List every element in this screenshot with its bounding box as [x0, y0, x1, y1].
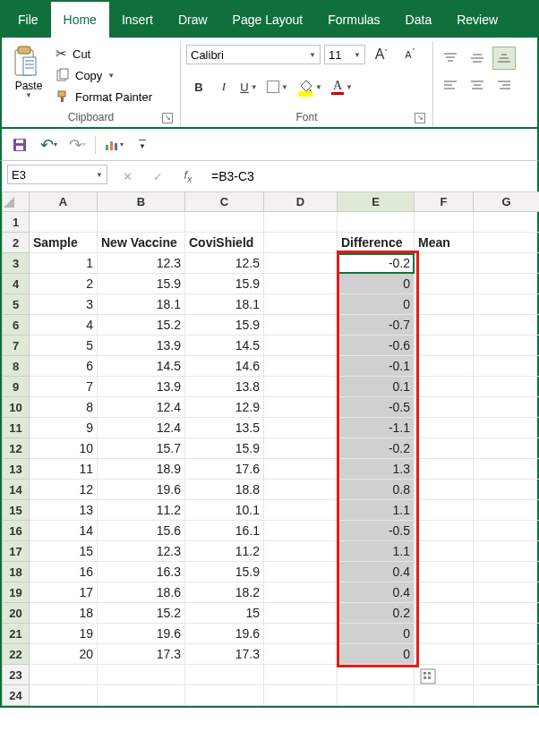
cell[interactable] — [264, 233, 338, 253]
cell[interactable] — [264, 562, 338, 582]
cell[interactable] — [474, 459, 540, 480]
align-right-button[interactable] — [492, 73, 516, 97]
cell-header-mean[interactable]: Mean — [415, 233, 474, 253]
italic-button[interactable]: I — [211, 75, 236, 98]
row-header[interactable]: 10 — [3, 397, 30, 418]
cell[interactable] — [415, 418, 474, 438]
cell[interactable]: 13.9 — [98, 377, 185, 397]
cell[interactable] — [415, 562, 474, 582]
cell[interactable] — [264, 274, 338, 294]
cell[interactable] — [98, 665, 185, 685]
fill-color-button[interactable]: ▼ — [294, 75, 326, 98]
decrease-font-button[interactable]: A˅ — [398, 43, 423, 66]
cell[interactable] — [474, 665, 540, 685]
cell[interactable] — [30, 685, 98, 706]
cell[interactable] — [474, 356, 540, 377]
cell[interactable]: 0 — [338, 274, 415, 294]
underline-button[interactable]: U▼ — [236, 75, 261, 98]
cell[interactable] — [474, 603, 540, 624]
cell[interactable] — [415, 685, 474, 706]
cell[interactable]: 15.9 — [185, 274, 264, 294]
row-header[interactable]: 1 — [3, 212, 30, 233]
cell[interactable]: 20 — [30, 644, 98, 665]
cell[interactable] — [264, 665, 338, 685]
row-header[interactable]: 23 — [3, 665, 30, 685]
worksheet-grid[interactable]: A B C D E F G 12SampleNew VaccineCoviShi… — [0, 191, 539, 708]
undo-button[interactable]: ↶▾ — [38, 134, 59, 156]
cell[interactable] — [474, 274, 540, 294]
formula-input[interactable] — [206, 165, 532, 188]
cell[interactable] — [264, 356, 338, 377]
clipboard-dialog-launcher[interactable]: ↘ — [162, 113, 173, 123]
cell[interactable]: 15.9 — [185, 562, 264, 582]
cell[interactable]: 19 — [30, 624, 98, 644]
cell[interactable] — [474, 377, 540, 397]
cell[interactable]: 14.6 — [185, 356, 264, 377]
cell[interactable] — [474, 397, 540, 418]
cell[interactable]: 15.9 — [98, 274, 185, 294]
cell[interactable]: 0 — [338, 294, 415, 315]
tab-file[interactable]: File — [5, 2, 51, 38]
row-header[interactable]: 13 — [3, 459, 30, 480]
cell[interactable]: 1.1 — [338, 541, 415, 562]
font-color-button[interactable]: A▼ — [326, 75, 358, 98]
cell[interactable]: 11.2 — [98, 500, 185, 521]
cell[interactable]: 17.3 — [98, 644, 185, 665]
tab-page-layout[interactable]: Page Layout — [220, 2, 316, 38]
cell[interactable]: 12.3 — [98, 541, 185, 562]
cell[interactable]: 3 — [30, 294, 98, 315]
cell[interactable] — [264, 418, 338, 438]
select-all-button[interactable] — [3, 192, 30, 212]
cell[interactable]: 16.1 — [185, 521, 264, 541]
redo-button[interactable]: ↷▾ — [66, 134, 88, 156]
cell[interactable] — [264, 582, 338, 603]
cell[interactable] — [264, 212, 338, 233]
row-header[interactable]: 19 — [3, 582, 30, 603]
cell[interactable]: -0.6 — [338, 336, 415, 356]
row-header[interactable]: 15 — [3, 500, 30, 521]
tab-formulas[interactable]: Formulas — [315, 2, 392, 38]
cell[interactable] — [264, 336, 338, 356]
align-bottom-button[interactable] — [492, 47, 516, 70]
cell[interactable] — [474, 521, 540, 541]
save-button[interactable] — [9, 134, 30, 156]
align-top-button[interactable] — [439, 47, 462, 70]
row-header[interactable]: 9 — [3, 377, 30, 397]
cell[interactable] — [415, 480, 474, 500]
row-header[interactable]: 18 — [3, 562, 30, 582]
row-header[interactable]: 5 — [3, 294, 30, 315]
cell-header-sample[interactable]: Sample — [30, 233, 98, 253]
cell[interactable]: 8 — [30, 397, 98, 418]
cell[interactable] — [264, 624, 338, 644]
cell[interactable] — [264, 685, 338, 706]
cell[interactable]: 14.5 — [185, 336, 264, 356]
chart-quick-button[interactable]: ▾ — [103, 134, 124, 156]
cell[interactable]: 16 — [30, 562, 98, 582]
autofill-options-button[interactable] — [420, 668, 436, 684]
cell[interactable] — [415, 212, 474, 233]
cell[interactable] — [30, 665, 98, 685]
cell[interactable]: 0 — [338, 624, 415, 644]
row-header[interactable]: 11 — [3, 418, 30, 438]
cell[interactable] — [415, 459, 474, 480]
cell[interactable] — [474, 315, 540, 336]
cell[interactable]: 19.6 — [98, 480, 185, 500]
cell[interactable]: 12.5 — [185, 253, 264, 274]
col-header-E[interactable]: E — [338, 192, 415, 212]
cell[interactable]: 19.6 — [185, 624, 264, 644]
insert-function-button[interactable]: fx — [174, 165, 202, 188]
cell[interactable]: 16.3 — [98, 562, 185, 582]
row-header[interactable]: 24 — [3, 685, 30, 706]
paste-button[interactable]: Paste ▼ — [7, 43, 50, 102]
cell[interactable]: 12 — [30, 480, 98, 500]
cell[interactable] — [415, 603, 474, 624]
cell[interactable]: 10.1 — [185, 500, 264, 521]
row-header[interactable]: 7 — [3, 336, 30, 356]
tab-home[interactable]: Home — [51, 2, 109, 38]
cell[interactable]: 15 — [185, 603, 264, 624]
cell[interactable] — [264, 294, 338, 315]
row-header[interactable]: 16 — [3, 521, 30, 541]
cell[interactable]: 11 — [30, 459, 98, 480]
cell[interactable] — [264, 438, 338, 459]
cell[interactable] — [415, 644, 474, 665]
